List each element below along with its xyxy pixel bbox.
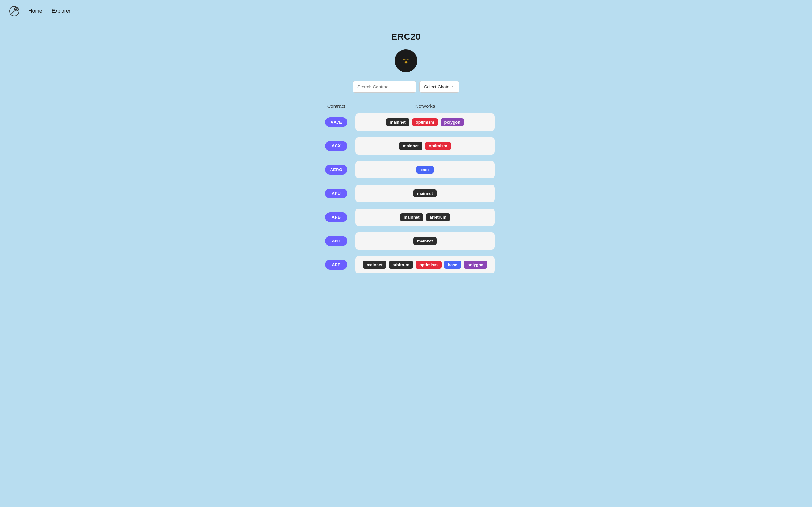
networks-cell: mainnet [355, 185, 495, 202]
contract-badge: AAVE [317, 117, 355, 127]
networks-cell: mainnetoptimism [355, 137, 495, 155]
contract-name-badge[interactable]: ANT [325, 236, 347, 246]
navbar: Home Explorer [0, 0, 812, 22]
nav-links: Home Explorer [29, 8, 70, 14]
contract-table: Contract Networks AAVEmainnetoptimismpol… [317, 101, 495, 278]
search-area: Select ChainAll Chainsmainnetoptimismpol… [353, 81, 459, 93]
page-title: ERC20 [392, 32, 421, 42]
network-tag[interactable]: polygon [441, 118, 464, 126]
networks-cell: mainnetoptimismpolygon [355, 113, 495, 131]
chain-select[interactable]: Select ChainAll Chainsmainnetoptimismpol… [419, 81, 459, 93]
explorer-link[interactable]: Explorer [52, 8, 71, 14]
contract-rows: AAVEmainnetoptimismpolygonACXmainnetopti… [317, 112, 495, 275]
contract-badge: ACX [317, 141, 355, 151]
contract-name-badge[interactable]: APE [325, 260, 347, 270]
contract-name-badge[interactable]: ACX [325, 141, 347, 151]
network-tag[interactable]: optimism [412, 118, 438, 126]
svg-point-4 [15, 8, 17, 10]
search-contract-input[interactable] [353, 81, 416, 93]
contract-badge: ARB [317, 212, 355, 222]
main-content: ERC20 ERC20 Select ChainAll Chainsmainne… [0, 22, 812, 278]
table-row: AAVEmainnetoptimismpolygon [317, 112, 495, 132]
contract-badge: APU [317, 188, 355, 199]
network-tag[interactable]: optimism [425, 142, 451, 150]
table-row: APEmainnetarbitrumoptimismbasepolygon [317, 255, 495, 275]
network-tag[interactable]: polygon [464, 261, 488, 269]
header-networks: Networks [355, 103, 495, 109]
table-header: Contract Networks [317, 101, 495, 112]
home-link[interactable]: Home [29, 8, 42, 14]
svg-text:ERC20: ERC20 [403, 58, 409, 60]
table-row: AERObase [317, 159, 495, 180]
network-tag[interactable]: mainnet [400, 213, 423, 221]
contract-name-badge[interactable]: AAVE [325, 117, 347, 127]
network-tag[interactable]: base [444, 261, 461, 269]
network-tag[interactable]: arbitrum [426, 213, 450, 221]
networks-cell: mainnet [355, 232, 495, 250]
network-tag[interactable]: mainnet [413, 189, 437, 198]
network-tag[interactable]: optimism [415, 261, 442, 269]
erc20-logo: ERC20 [395, 49, 417, 72]
networks-cell: mainnetarbitrumoptimismbasepolygon [355, 256, 495, 274]
chain-select-wrapper: Select ChainAll Chainsmainnetoptimismpol… [419, 81, 459, 93]
contract-badge: ANT [317, 236, 355, 246]
network-tag[interactable]: mainnet [413, 237, 437, 245]
table-row: APUmainnet [317, 183, 495, 204]
networks-cell: base [355, 161, 495, 178]
table-row: ANTmainnet [317, 231, 495, 251]
network-tag[interactable]: base [416, 166, 434, 174]
contract-name-badge[interactable]: ARB [325, 212, 347, 222]
header-contract: Contract [317, 103, 355, 109]
contract-name-badge[interactable]: APU [325, 188, 347, 199]
network-tag[interactable]: arbitrum [389, 261, 413, 269]
network-tag[interactable]: mainnet [386, 118, 409, 126]
app-logo [8, 4, 21, 18]
contract-badge: AERO [317, 165, 355, 175]
table-row: ARBmainnetarbitrum [317, 207, 495, 228]
network-tag[interactable]: mainnet [363, 261, 386, 269]
table-row: ACXmainnetoptimism [317, 135, 495, 156]
networks-cell: mainnetarbitrum [355, 209, 495, 226]
contract-name-badge[interactable]: AERO [325, 165, 348, 175]
network-tag[interactable]: mainnet [399, 142, 422, 150]
contract-badge: APE [317, 260, 355, 270]
